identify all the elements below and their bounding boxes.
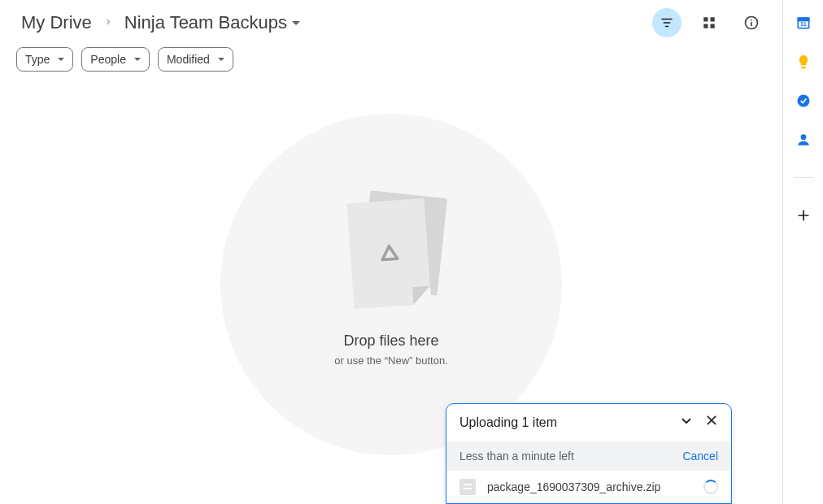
upload-status-row: Less than a minute left Cancel <box>446 441 731 471</box>
filter-modified-label: Modified <box>167 53 210 66</box>
svg-rect-6 <box>751 22 752 26</box>
upload-item[interactable]: package_1690037309_archive.zip <box>446 471 731 503</box>
breadcrumb-root[interactable]: My Drive <box>16 9 97 37</box>
cancel-upload-button[interactable]: Cancel <box>682 450 718 463</box>
drop-title: Drop files here <box>343 332 438 350</box>
close-button[interactable] <box>705 414 718 432</box>
breadcrumb-current[interactable]: Ninja Team Backups <box>120 9 305 37</box>
svg-rect-0 <box>703 17 708 21</box>
filter-people[interactable]: People <box>81 47 150 72</box>
side-panel: 31 <box>782 0 823 504</box>
contacts-icon[interactable] <box>795 132 812 148</box>
upload-toast-header: Uploading 1 item <box>446 404 731 441</box>
spinner-icon <box>703 480 718 494</box>
svg-rect-12 <box>801 67 805 69</box>
tasks-icon[interactable] <box>795 93 812 109</box>
caret-down-icon <box>58 58 64 61</box>
upload-toast: Uploading 1 item Less than a minute left… <box>446 403 732 504</box>
file-icon <box>459 479 476 495</box>
add-addon-button[interactable] <box>795 207 812 224</box>
svg-rect-3 <box>711 24 715 28</box>
keep-icon[interactable] <box>795 54 812 70</box>
filter-chips: Type People Modified <box>0 46 782 81</box>
caret-down-icon <box>218 58 224 61</box>
svg-point-5 <box>751 20 752 21</box>
file-stack-icon <box>342 194 440 316</box>
svg-point-13 <box>797 95 809 107</box>
filter-type[interactable]: Type <box>16 47 73 72</box>
folder-name: Ninja Team Backups <box>124 12 287 33</box>
filter-icon-button[interactable] <box>652 8 681 37</box>
filter-modified[interactable]: Modified <box>158 47 233 72</box>
grid-view-button[interactable] <box>695 8 724 37</box>
svg-rect-2 <box>703 24 708 28</box>
filter-people-label: People <box>90 53 126 66</box>
svg-rect-1 <box>711 17 715 21</box>
caret-down-icon <box>134 58 141 61</box>
breadcrumb: My Drive Ninja Team Backups <box>0 0 782 46</box>
caret-down-icon <box>292 21 300 25</box>
svg-text:31: 31 <box>800 21 807 27</box>
upload-filename: package_1690037309_archive.zip <box>487 480 660 493</box>
svg-rect-9 <box>797 17 809 20</box>
calendar-icon[interactable]: 31 <box>795 15 812 31</box>
upload-status: Less than a minute left <box>459 450 574 463</box>
chevron-right-icon <box>103 15 113 30</box>
drop-subtitle: or use the “New” button. <box>334 354 447 367</box>
divider <box>794 177 813 178</box>
collapse-button[interactable] <box>679 414 694 432</box>
info-button[interactable] <box>737 8 766 37</box>
filter-type-label: Type <box>25 53 50 66</box>
upload-title: Uploading 1 item <box>459 415 557 430</box>
svg-point-14 <box>800 134 806 140</box>
